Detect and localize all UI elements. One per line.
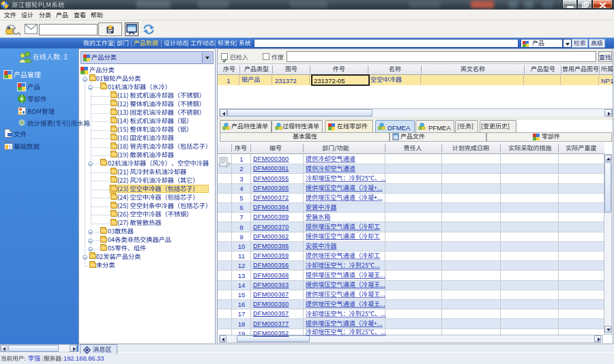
svg-text:P: P — [3, 1, 7, 8]
